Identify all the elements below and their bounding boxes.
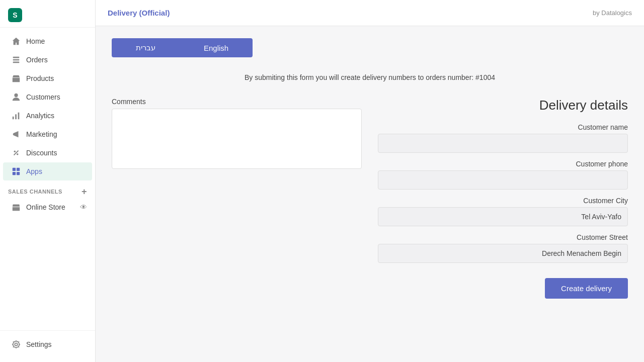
sidebar-item-customers[interactable]: Customers [3, 88, 92, 106]
discounts-icon [11, 148, 21, 158]
form-area: Comments Delivery details Customer name … [112, 98, 628, 299]
add-sales-channel-button[interactable]: + [82, 187, 87, 196]
customer-city-group: Customer City [378, 197, 628, 226]
sidebar-item-home[interactable]: Home [3, 32, 92, 50]
svg-rect-2 [13, 62, 20, 63]
create-delivery-button[interactable]: Create delivery [545, 278, 628, 299]
customer-name-label: Customer name [578, 123, 628, 131]
comments-section: Comments [112, 98, 362, 169]
svg-rect-12 [13, 172, 16, 175]
topbar-title: Delivery (Official) [108, 9, 170, 17]
svg-point-7 [14, 151, 16, 153]
info-text: By submiting this form you will create d… [112, 73, 628, 81]
svg-point-8 [17, 153, 19, 155]
svg-rect-13 [17, 172, 20, 175]
sidebar-nav: Home Orders Products Customers Analytics [0, 28, 95, 330]
products-icon [11, 73, 21, 83]
svg-rect-11 [17, 168, 20, 171]
customer-name-group: Customer name [378, 123, 628, 153]
sales-channels-section: SALES CHANNELS + [0, 181, 95, 198]
customer-name-input[interactable] [378, 134, 628, 153]
svg-rect-4 [13, 117, 14, 119]
sidebar-item-online-store[interactable]: Online Store 👁 [0, 198, 95, 216]
delivery-details-section: Delivery details Customer name Customer … [378, 98, 628, 299]
apps-icon [11, 166, 21, 176]
customers-icon [11, 92, 21, 102]
sidebar-item-products[interactable]: Products [3, 69, 92, 87]
svg-rect-6 [18, 113, 20, 120]
online-store-eye-icon[interactable]: 👁 [80, 203, 87, 211]
customer-street-group: Customer Street [378, 233, 628, 263]
english-language-button[interactable]: English [180, 38, 253, 57]
topbar: Delivery (Official) by Datalogics [96, 0, 644, 26]
svg-point-3 [14, 94, 18, 97]
home-icon [11, 36, 21, 46]
sidebar-logo: S [0, 0, 95, 28]
main-content: Delivery (Official) by Datalogics עברית … [96, 0, 644, 362]
online-store-icon [11, 202, 21, 212]
logo-icon: S [8, 8, 22, 22]
sidebar: S Home Orders Products Customers [0, 0, 96, 362]
sidebar-item-orders[interactable]: Orders [3, 51, 92, 69]
hebrew-language-button[interactable]: עברית [112, 38, 180, 57]
customer-street-input[interactable] [378, 244, 628, 263]
customer-phone-group: Customer phone [378, 160, 628, 190]
sidebar-item-marketing[interactable]: Marketing [3, 125, 92, 143]
sidebar-item-analytics[interactable]: Analytics [3, 107, 92, 125]
sidebar-item-apps[interactable]: Apps [3, 162, 92, 180]
svg-rect-1 [13, 59, 20, 61]
comments-textarea[interactable] [112, 109, 362, 169]
marketing-icon [11, 129, 21, 139]
customer-street-label: Customer Street [577, 233, 628, 241]
svg-rect-10 [13, 168, 16, 171]
language-toggle: עברית English [112, 38, 628, 57]
svg-rect-0 [13, 57, 20, 58]
customer-phone-input[interactable] [378, 170, 628, 190]
topbar-by: by Datalogics [593, 9, 632, 17]
comments-label: Comments [112, 98, 362, 106]
delivery-details-title: Delivery details [539, 98, 628, 113]
analytics-icon [11, 111, 21, 121]
sidebar-item-discounts[interactable]: Discounts [3, 144, 92, 162]
sidebar-item-settings[interactable]: Settings [3, 335, 92, 353]
customer-city-label: Customer City [583, 197, 628, 205]
sidebar-footer: Settings [0, 330, 95, 362]
settings-icon [11, 339, 21, 349]
content-area: עברית English By submiting this form you… [96, 26, 644, 362]
customer-phone-label: Customer phone [576, 160, 628, 168]
svg-rect-5 [15, 114, 17, 119]
orders-icon [11, 55, 21, 65]
customer-city-input[interactable] [378, 207, 628, 226]
